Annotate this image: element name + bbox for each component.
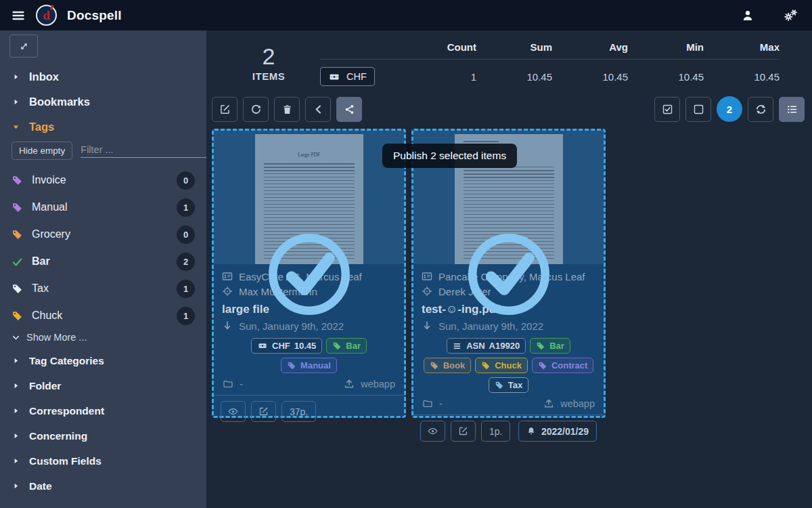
search-stats: 2 ITEMS Count Sum Avg Min Max CHF (206, 30, 812, 86)
currency-summary-table: Count Sum Avg Min Max CHF 1 10.45 1 (320, 41, 780, 86)
thumbnail-title: Large PDF (264, 152, 355, 158)
tag-icon (430, 361, 439, 371)
eye-icon (428, 426, 438, 436)
item-count-stat: 2 ITEMS (244, 44, 293, 82)
sidebar-item-tag-categories[interactable]: Tag Categories (0, 348, 206, 373)
tag-filter (81, 144, 206, 158)
tag-item-grocery[interactable]: Grocery 0 (0, 221, 206, 248)
table-row: CHF 1 10.45 10.45 10.45 10.45 (320, 60, 780, 86)
caret-right-icon (12, 72, 20, 81)
preview-button[interactable] (221, 401, 246, 422)
sidebar-item-correspondent[interactable]: Correspondent (0, 398, 206, 423)
caret-down-icon (12, 123, 20, 131)
reprocess-items-button[interactable] (243, 97, 269, 122)
sidebar-item-due-date[interactable]: Due Date (0, 499, 206, 508)
tag-item-chuck[interactable]: Chuck 1 (0, 302, 206, 329)
tag-icon (287, 361, 296, 371)
item-card-large-file[interactable]: Large PDF EasyCare AG, Marcus Leaf Max M… (212, 129, 406, 418)
caret-right-icon (12, 482, 20, 490)
tag-icon (538, 361, 547, 371)
folder-icon (223, 379, 233, 389)
document-thumbnail: Large PDF (214, 131, 404, 264)
tag-icon (12, 283, 23, 295)
app-title: Docspell (67, 8, 122, 23)
bell-icon (526, 426, 536, 436)
crosshair-icon (222, 286, 233, 297)
caret-right-icon (12, 381, 20, 390)
settings-gears-icon[interactable] (782, 8, 798, 23)
delete-items-button[interactable] (274, 97, 300, 122)
tag-badge-tax: Tax (489, 377, 528, 393)
arrow-down-icon (422, 320, 432, 331)
show-more-tags[interactable]: Show More ... (0, 329, 206, 348)
item-count-value: 2 (244, 44, 293, 69)
source-info: webapp (543, 398, 595, 409)
publish-items-button[interactable] (336, 97, 362, 122)
upload-icon (543, 398, 554, 409)
card-footer: 1p. 2022/01/29 (413, 415, 604, 448)
caret-right-icon (12, 98, 20, 106)
sidebar-item-date[interactable]: Date (0, 473, 206, 499)
tag-icon (332, 341, 342, 351)
deselect-all-button[interactable] (685, 97, 711, 122)
column-header: Min (628, 41, 704, 53)
edit-item-button[interactable] (451, 421, 476, 442)
sidebar-item-custom-fields[interactable]: Custom Fields (0, 448, 206, 473)
count-value: 1 (401, 71, 476, 83)
tag-badge-contract: Contract (532, 358, 593, 373)
folder-source-row: - webapp (214, 373, 404, 395)
tag-count-badge: 2 (177, 253, 195, 271)
list-view-toggle-button[interactable] (779, 97, 805, 122)
check-square-icon (662, 104, 673, 115)
select-all-button[interactable] (654, 97, 680, 122)
sidebar-item-tags[interactable]: Tags (0, 114, 206, 140)
tag-filter-input[interactable] (81, 144, 206, 155)
tag-badge-bar: Bar (530, 338, 570, 354)
edit-item-button[interactable] (251, 401, 276, 422)
refresh-button[interactable] (748, 97, 773, 122)
tag-icon (12, 202, 23, 213)
folder-info: - (223, 379, 243, 389)
merge-items-button[interactable] (305, 97, 331, 122)
item-date-line: Sun, January 9th, 2022 (222, 318, 396, 333)
tag-badge-chuck: Chuck (475, 358, 528, 373)
tag-count-badge: 1 (177, 198, 195, 217)
tag-count-badge: 1 (177, 280, 195, 298)
diagonal-arrows-icon (19, 41, 29, 51)
id-card-icon (422, 271, 432, 282)
collapse-sidebar-button[interactable] (9, 35, 38, 58)
preview-button[interactable] (420, 421, 445, 442)
edit-items-button[interactable] (212, 97, 238, 122)
currency-chip: CHF (320, 67, 375, 86)
tag-badge-bar: Bar (326, 338, 367, 354)
tag-item-tax[interactable]: Tax 1 (0, 275, 206, 302)
caret-right-icon (12, 431, 20, 440)
concerning-line: Max Mustermann (222, 284, 396, 299)
hide-empty-button[interactable]: Hide empty (12, 142, 72, 160)
chevron-down-icon (12, 333, 20, 342)
sync-icon (755, 104, 767, 115)
sidebar-item-folder[interactable]: Folder (0, 373, 206, 398)
tag-badge-book: Book (424, 358, 472, 373)
folder-source-row: - webapp (413, 393, 604, 415)
menu-icon[interactable] (11, 8, 26, 23)
concerning-line: Derek Jeter (422, 284, 595, 299)
item-card-test-ing-pdf[interactable]: Pancake Company, Marcus Leaf Derek Jeter… (411, 129, 606, 418)
trash-icon (281, 104, 293, 115)
tag-item-manual[interactable]: Manual 1 (0, 194, 206, 221)
sidebar-item-bookmarks[interactable]: Bookmarks (0, 89, 206, 114)
tag-item-invoice[interactable]: Invoice 0 (0, 167, 206, 194)
avg-value: 10.45 (552, 71, 628, 83)
sidebar-item-concerning[interactable]: Concerning (0, 423, 206, 448)
page-count-badge: 37p. (281, 401, 316, 422)
tag-icon (536, 341, 545, 351)
upload-icon (344, 379, 355, 389)
sidebar-item-inbox[interactable]: Inbox (0, 64, 206, 89)
tag-item-bar[interactable]: Bar 2 (0, 248, 206, 275)
edit-icon (258, 406, 269, 417)
user-icon[interactable] (741, 9, 754, 22)
caret-right-icon (12, 457, 20, 465)
folder-icon (422, 398, 433, 409)
multi-select-toolbar: 2 (212, 96, 805, 122)
square-icon (693, 104, 704, 115)
